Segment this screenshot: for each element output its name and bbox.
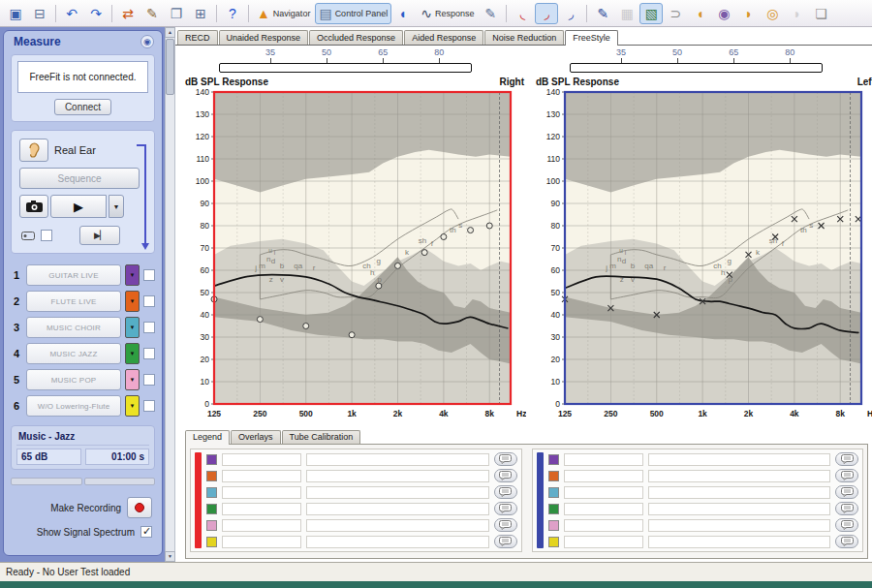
legend-description-field[interactable] bbox=[306, 503, 489, 515]
connect-button[interactable]: Connect bbox=[54, 99, 111, 115]
stimulus-button-1[interactable]: GUITAR LIVE bbox=[26, 264, 121, 286]
legend-notes-button[interactable] bbox=[835, 502, 858, 515]
stimulus-button-5[interactable]: MUSIC POP bbox=[26, 369, 121, 390]
legend-notes-button[interactable] bbox=[494, 518, 517, 532]
legend-name-field[interactable] bbox=[564, 453, 643, 466]
stimulus-checkbox-1[interactable] bbox=[143, 269, 155, 281]
legend-name-field[interactable] bbox=[564, 486, 643, 499]
tab-occluded-response[interactable]: Occluded Response bbox=[309, 30, 403, 45]
legend-description-field[interactable] bbox=[306, 536, 489, 548]
tab-freestyle[interactable]: FreeStyle bbox=[565, 30, 618, 46]
legend-name-field[interactable] bbox=[222, 503, 301, 515]
scroll-thumb[interactable] bbox=[166, 39, 174, 95]
navigator-button[interactable]: ▲Navigator bbox=[253, 3, 314, 24]
stimulus-dropdown[interactable]: ▼ bbox=[109, 195, 124, 218]
legend-description-field[interactable] bbox=[306, 486, 489, 499]
edit-curve-button[interactable]: ✎ bbox=[479, 3, 502, 24]
ear-probe-button[interactable]: ◖ bbox=[688, 3, 711, 24]
control-panel-button[interactable]: ▤Control Panel bbox=[315, 3, 391, 24]
play-button[interactable]: ▶ bbox=[50, 195, 107, 218]
stimulus-checkbox-6[interactable] bbox=[143, 400, 155, 412]
real-ear-icon[interactable] bbox=[19, 139, 48, 162]
stimulus-checkbox-4[interactable] bbox=[143, 348, 155, 359]
stimulus-color-dropdown-1[interactable]: ▼ bbox=[125, 264, 140, 286]
legend-description-field[interactable] bbox=[648, 470, 831, 482]
stimulus-button-2[interactable]: FLUTE LIVE bbox=[26, 291, 121, 312]
ear-measure-button[interactable]: ◗ bbox=[736, 3, 760, 24]
legend-name-field[interactable] bbox=[564, 503, 643, 515]
legend-notes-button[interactable] bbox=[835, 452, 858, 466]
legend-notes-button[interactable] bbox=[494, 502, 517, 515]
legend-name-field[interactable] bbox=[564, 536, 643, 548]
pen-button[interactable]: ✎ bbox=[591, 3, 614, 24]
legend-name-field[interactable] bbox=[222, 486, 301, 499]
legend-notes-button[interactable] bbox=[835, 485, 858, 499]
print-button[interactable]: ⊟ bbox=[28, 3, 51, 24]
redo-button[interactable]: ↷ bbox=[84, 3, 108, 24]
tab-unaided-response[interactable]: Unaided Response bbox=[219, 30, 309, 45]
loop-checkbox[interactable] bbox=[41, 230, 52, 241]
legend-notes-button[interactable] bbox=[835, 469, 858, 482]
undo-button[interactable]: ↶ bbox=[60, 3, 83, 24]
legend-notes-button[interactable] bbox=[835, 535, 858, 548]
ear-inactive-button[interactable]: ◗ bbox=[785, 3, 808, 24]
save-button[interactable]: ▣ bbox=[4, 3, 27, 24]
edit-measure-button[interactable]: ✎ bbox=[140, 3, 164, 24]
legend-description-field[interactable] bbox=[306, 470, 489, 482]
magnet-button[interactable]: ⊃ bbox=[664, 3, 687, 24]
transfer-button[interactable]: ⇄ bbox=[116, 3, 140, 24]
chart-save-button[interactable]: ▧ bbox=[639, 3, 663, 24]
stimulus-button-3[interactable]: MUSIC CHOIR bbox=[26, 317, 121, 338]
stimulus-color-dropdown-3[interactable]: ▼ bbox=[125, 317, 140, 338]
legend-name-field[interactable] bbox=[222, 470, 301, 482]
sidebar-scrollbar[interactable]: ▲ ▼ bbox=[165, 27, 175, 562]
help-button[interactable]: ? bbox=[221, 3, 244, 24]
stimulus-color-dropdown-4[interactable]: ▼ bbox=[125, 343, 140, 364]
sequence-button[interactable]: Sequence bbox=[19, 168, 140, 189]
record-button[interactable] bbox=[127, 497, 152, 518]
tab-legend[interactable]: Legend bbox=[185, 430, 230, 445]
scroll-down-icon[interactable]: ▼ bbox=[165, 551, 175, 562]
legend-name-field[interactable] bbox=[222, 519, 301, 532]
pin-panel-button[interactable]: ◉ bbox=[140, 35, 154, 48]
curve-unaided-button[interactable]: ◟ bbox=[511, 3, 534, 24]
legend-notes-button[interactable] bbox=[494, 485, 517, 499]
legend-description-field[interactable] bbox=[648, 453, 831, 466]
stimulus-button-6[interactable]: W/O Lowering-Flute bbox=[26, 395, 121, 417]
legend-notes-button[interactable] bbox=[494, 535, 517, 548]
legend-name-field[interactable] bbox=[564, 519, 643, 532]
legend-description-field[interactable] bbox=[648, 486, 831, 499]
stimulus-color-dropdown-2[interactable]: ▼ bbox=[125, 291, 140, 312]
balance-button[interactable]: ◐ bbox=[392, 3, 416, 24]
tab-tube-calibration[interactable]: Tube Calibration bbox=[282, 430, 361, 444]
print-report-button[interactable]: ⊞ bbox=[189, 3, 212, 24]
scroll-up-icon[interactable]: ▲ bbox=[165, 27, 175, 38]
signal-spectrum-checkbox[interactable] bbox=[140, 526, 152, 538]
legend-notes-button[interactable] bbox=[835, 518, 858, 532]
curve-aided-button[interactable]: ◞ bbox=[535, 3, 558, 24]
legend-description-field[interactable] bbox=[648, 503, 831, 515]
tab-aided-response[interactable]: Aided Response bbox=[404, 30, 483, 45]
stimulus-color-dropdown-5[interactable]: ▼ bbox=[125, 369, 140, 390]
tab-recd[interactable]: RECD bbox=[177, 30, 218, 45]
copy-views-button[interactable]: ❐ bbox=[165, 3, 188, 24]
legend-notes-button[interactable] bbox=[494, 452, 517, 466]
overlay-views-button[interactable]: ◉ bbox=[712, 3, 735, 24]
stimulus-color-dropdown-6[interactable]: ▼ bbox=[125, 395, 140, 417]
legend-name-field[interactable] bbox=[222, 536, 301, 548]
stimulus-checkbox-2[interactable] bbox=[143, 295, 155, 307]
skip-button[interactable]: ▶▏ bbox=[79, 226, 120, 245]
legend-name-field[interactable] bbox=[564, 470, 643, 482]
legend-notes-button[interactable] bbox=[494, 469, 517, 482]
legend-description-field[interactable] bbox=[306, 453, 489, 466]
legend-description-field[interactable] bbox=[306, 519, 489, 532]
snapshot-button[interactable]: ▦ bbox=[615, 3, 638, 24]
stimulus-checkbox-3[interactable] bbox=[143, 322, 155, 333]
calibration-button[interactable]: ◎ bbox=[761, 3, 784, 24]
tab-noise-reduction[interactable]: Noise Reduction bbox=[484, 30, 564, 45]
legend-description-field[interactable] bbox=[648, 519, 831, 532]
report-window-button[interactable]: ❏ bbox=[809, 3, 832, 24]
stimulus-button-4[interactable]: MUSIC JAZZ bbox=[26, 343, 121, 364]
legend-name-field[interactable] bbox=[222, 453, 301, 466]
stimulus-checkbox-5[interactable] bbox=[143, 374, 155, 386]
